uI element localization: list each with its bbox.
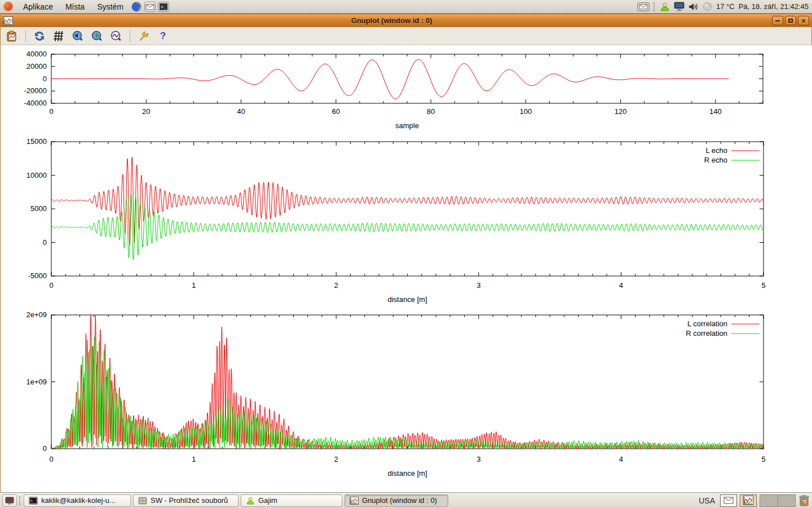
tasklist-drag-handle[interactable]	[19, 496, 21, 505]
svg-text:80: 80	[427, 107, 435, 116]
volume-icon[interactable]	[689, 2, 699, 11]
window-title: Gnuplot (window id : 0)	[13, 16, 770, 25]
svg-text:$_: $_	[30, 498, 35, 503]
svg-text:sample: sample	[395, 121, 419, 130]
svg-text:-5000: -5000	[28, 271, 47, 280]
svg-text:4: 4	[619, 455, 623, 463]
zoom-previous-button[interactable]	[71, 29, 85, 43]
tray-window-mail[interactable]	[720, 494, 737, 507]
svg-text:0: 0	[49, 107, 53, 116]
mail-launcher-icon[interactable]	[144, 1, 156, 12]
user-switcher-icon[interactable]	[660, 2, 670, 12]
svg-text:5: 5	[761, 281, 765, 290]
toolbar-separator	[130, 30, 130, 42]
svg-text:60: 60	[332, 107, 340, 116]
menu-places[interactable]: Místa	[60, 1, 90, 12]
svg-text:0: 0	[43, 75, 47, 83]
close-icon: ×	[801, 17, 805, 24]
show-desktop-button[interactable]	[2, 494, 17, 507]
gnuplot-icon	[350, 497, 359, 505]
display-settings-icon[interactable]	[674, 2, 685, 11]
task-gajim[interactable]: Gajim	[241, 494, 342, 507]
workspace-switcher	[760, 494, 796, 507]
plots-svg[interactable]: 020406080100120140-40000-200000200004000…	[1, 45, 812, 492]
svg-text:0: 0	[49, 281, 53, 290]
maximize-icon	[788, 19, 793, 23]
trash-icon[interactable]	[798, 494, 810, 507]
svg-text:40: 40	[237, 107, 245, 116]
tray-mail-icon[interactable]	[637, 2, 650, 11]
replot-button[interactable]	[33, 29, 46, 43]
svg-text:R correlation: R correlation	[686, 329, 727, 338]
unzoom-button[interactable]	[109, 29, 123, 43]
svg-text:0: 0	[49, 455, 53, 463]
workspace-1[interactable]	[760, 495, 778, 506]
tray-window-gnuplot[interactable]	[740, 494, 757, 507]
svg-text:-40000: -40000	[24, 99, 47, 107]
svg-text:R echo: R echo	[704, 156, 727, 164]
file-manager-icon	[138, 497, 147, 505]
svg-text:L correlation: L correlation	[687, 319, 727, 328]
menu-system[interactable]: Systém	[91, 1, 129, 12]
temperature-label[interactable]: 17 °C	[716, 2, 735, 11]
svg-text:3: 3	[476, 455, 480, 463]
task-label: Gajim	[258, 496, 277, 505]
taskbar: $_ kaklik@kaklik-kolej-u... SW - Prohlíž…	[0, 492, 812, 508]
tray-drag-handle[interactable]	[654, 2, 656, 11]
svg-text:2e+09: 2e+09	[26, 310, 47, 319]
gnuplot-window-icon	[3, 16, 13, 25]
svg-text:5000: 5000	[30, 204, 47, 213]
firefox-launcher-icon[interactable]	[130, 1, 143, 12]
top-panel: Aplikace Místa Systém >_ 17 °C Pá, 18. z…	[0, 0, 812, 14]
weather-applet-icon[interactable]	[703, 2, 712, 11]
help-icon: ?	[160, 30, 166, 42]
svg-text:0: 0	[43, 444, 47, 453]
svg-text:1: 1	[192, 281, 196, 290]
terminal-launcher-icon[interactable]: >_	[157, 1, 170, 12]
svg-text:distance [m]: distance [m]	[387, 469, 427, 478]
gajim-icon	[246, 497, 255, 505]
minimize-button[interactable]	[772, 16, 783, 25]
titlebar[interactable]: Gnuplot (window id : 0) ×	[1, 14, 811, 27]
keyboard-layout-indicator[interactable]: USA	[699, 496, 715, 505]
svg-text:10000: 10000	[27, 171, 47, 179]
svg-text:100: 100	[519, 107, 532, 116]
panel-tray: 17 °C Pá, 18. září, 21:42:45	[637, 2, 812, 12]
svg-text:5: 5	[761, 455, 765, 463]
toolbar: ?	[1, 27, 811, 45]
task-file-manager[interactable]: SW - Prohlížeč souborů	[133, 494, 239, 507]
gnuplot-window: Gnuplot (window id : 0) × ?	[0, 14, 812, 492]
help-button[interactable]: ?	[156, 29, 170, 43]
svg-text:0: 0	[43, 238, 47, 247]
task-gnuplot[interactable]: Gnuplot (window id : 0)	[345, 494, 448, 507]
svg-text:2: 2	[334, 455, 338, 463]
svg-text:40000: 40000	[27, 50, 47, 58]
task-label: kaklik@kaklik-kolej-u...	[41, 496, 116, 505]
minimize-icon	[775, 20, 780, 21]
task-label: SW - Prohlížeč souborů	[151, 496, 228, 505]
svg-text:distance [m]: distance [m]	[387, 295, 427, 304]
svg-text:20000: 20000	[27, 62, 47, 71]
workspace-2[interactable]	[778, 495, 795, 506]
plot-canvas[interactable]: 020406080100120140-40000-200000200004000…	[1, 45, 812, 492]
settings-button[interactable]	[137, 29, 151, 43]
close-button[interactable]: ×	[798, 16, 809, 25]
svg-text:>_: >_	[161, 5, 166, 10]
svg-text:20: 20	[142, 107, 150, 116]
copy-to-clipboard-button[interactable]	[5, 29, 19, 43]
grid-toggle-button[interactable]	[52, 29, 65, 43]
task-terminal[interactable]: $_ kaklik@kaklik-kolej-u...	[24, 494, 131, 507]
svg-text:1e+09: 1e+09	[26, 378, 47, 386]
menu-applications[interactable]: Aplikace	[17, 1, 59, 12]
ubuntu-menu-icon[interactable]	[3, 2, 13, 11]
maximize-button[interactable]	[785, 16, 796, 25]
svg-text:2: 2	[334, 281, 338, 290]
svg-text:3: 3	[476, 281, 480, 290]
svg-text:4: 4	[619, 281, 623, 290]
svg-text:140: 140	[709, 107, 722, 116]
taskbar-right: USA	[699, 494, 810, 507]
toolbar-separator	[25, 30, 26, 42]
zoom-next-button[interactable]	[90, 29, 104, 43]
svg-text:-20000: -20000	[24, 86, 47, 95]
clock-label[interactable]: Pá, 18. září, 21:42:45	[739, 2, 809, 11]
